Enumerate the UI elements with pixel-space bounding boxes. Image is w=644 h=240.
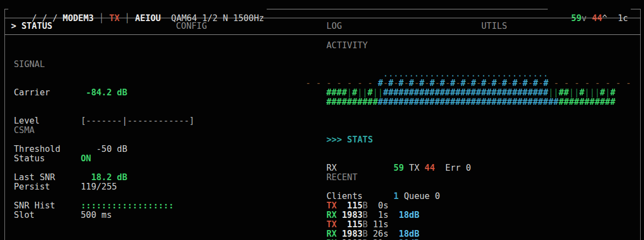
terminal-line: RX 1983B 1s 18dB [326,211,419,220]
tabbar-border-bottom [4,34,641,35]
tx-counter: 44 [592,13,603,23]
terminal-line: ########################################… [300,98,631,107]
tab-config[interactable]: CONFIG [176,22,207,31]
recent-section: RECENT TX 115B 0sRX 1983B 1s 18dBTX 115B… [326,154,419,240]
callsign: AEIOU [135,13,161,23]
tab-status[interactable]: > STATUS [11,22,53,31]
signal-header: SIGNAL [14,60,194,69]
window-border-right [640,9,641,240]
activity-graph: ................................ - - - -… [300,69,631,107]
terminal-line: TX 115B 0s [326,201,419,211]
app-name: MODEM3 [63,13,94,23]
title-separator-2: │ [120,13,135,23]
csma-row-persist: Persist119/255 [14,182,117,192]
titlebar: / / / MODEM3 │ TX │ AEIOU QAM64 1/2 N 15… [8,4,267,14]
rx-counter: 59 [571,13,581,23]
csma-header: CSMA [14,126,117,135]
terminal-line: ................................ [300,69,631,79]
terminal-line: ####|#||#||#############################… [300,88,631,98]
tab-utils[interactable]: UTILS [481,22,507,31]
client-counter: 1c [617,13,628,23]
activity-header: ACTIVITY [326,41,368,50]
tx-arrow-icon: ^ [602,13,607,23]
csma-row-status: StatusON [14,154,117,164]
csma-section: CSMA StatusON Persist119/255 Slot500 ms [14,107,117,239]
recent-list: TX 115B 0sRX 1983B 1s 18dBTX 115B 11sRX … [326,201,419,240]
window-border-left [4,9,5,240]
terminal-line: RX 1983B 26s 18dB [326,229,419,239]
tx-mode-indicator: TX [109,13,120,23]
tab-log[interactable]: LOG [326,22,342,31]
title-separator-1: │ [94,13,109,23]
recent-header: RECENT [326,173,419,182]
terminal-line: TX 115B 11s [326,220,419,229]
csma-status-value: ON [81,154,91,164]
active-tab-marker: > [11,21,22,31]
csma-row-slot: Slot500 ms [14,211,117,220]
signal-row-carrier: Carrier -84.2 dB [14,88,194,98]
stats-header: >>> STATS [326,135,471,145]
titlebar-counters: 59v 44^ 1c [548,4,631,14]
modem-terminal-window: / / / MODEM3 │ TX │ AEIOU QAM64 1/2 N 15… [0,0,644,240]
rx-arrow-icon: v [581,13,586,23]
terminal-line: - - - - - - - #-#-#-#-#-#-#-#-#-#-#-#-#-… [300,79,631,88]
